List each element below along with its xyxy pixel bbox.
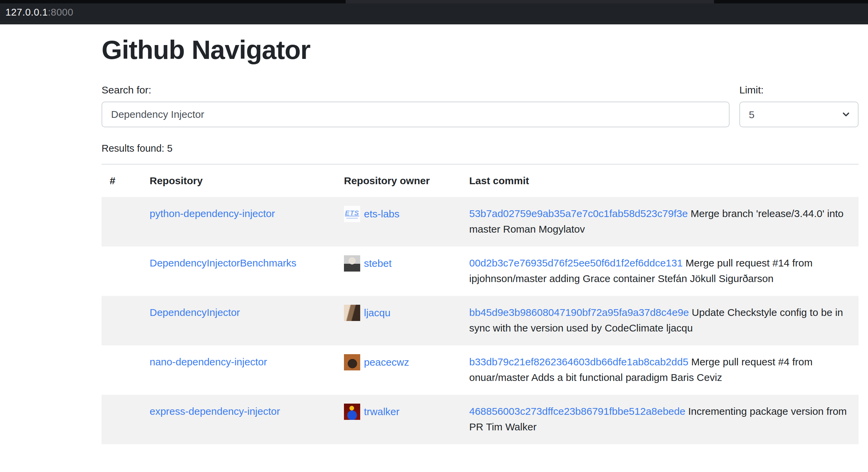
owner-cell: trwalker bbox=[336, 395, 461, 444]
owner-cell: ETSets-labs bbox=[336, 197, 461, 246]
repository-link[interactable]: express-dependency-injector bbox=[150, 406, 280, 417]
commit-cell: bb45d9e3b98608047190bf72a95fa9a37d8c4e9e… bbox=[461, 296, 859, 345]
browser-active-tab[interactable] bbox=[346, 0, 714, 3]
commit-hash-link[interactable]: 53b7ad02759e9ab35a7e7c0c1fab58d523c79f3e bbox=[469, 208, 688, 219]
owner-link[interactable]: ets-labs bbox=[364, 206, 399, 222]
commit-hash-link[interactable]: b33db79c21ef8262364603db66dfe1ab8cab2dd5 bbox=[469, 356, 688, 367]
table-row: nano-dependency-injectorpeacecwzb33db79c… bbox=[102, 345, 859, 395]
owner-link[interactable]: ljacqu bbox=[364, 305, 390, 321]
limit-select[interactable]: 5 bbox=[739, 102, 859, 127]
results-table: # Repository Repository owner Last commi… bbox=[102, 164, 859, 444]
col-header-owner: Repository owner bbox=[336, 164, 461, 197]
repository-link[interactable]: DependencyInjectorBenchmarks bbox=[150, 257, 297, 269]
row-index-cell bbox=[102, 246, 142, 296]
commit-hash-link[interactable]: bb45d9e3b98608047190bf72a95fa9a37d8c4e9e bbox=[469, 307, 689, 318]
commit-hash-link[interactable]: 468856003c273dffce23b86791fbbe512a8ebede bbox=[469, 406, 685, 417]
commit-cell: 00d2b3c7e76935d76f25ee50f6d1f2ef6ddce131… bbox=[461, 246, 859, 296]
owner-avatar bbox=[344, 255, 360, 272]
table-row: DependencyInjectorBenchmarksstebet00d2b3… bbox=[102, 246, 859, 296]
commit-hash-link[interactable]: 00d2b3c7e76935d76f25ee50f6d1f2ef6ddce131 bbox=[469, 257, 683, 269]
page-title: Github Navigator bbox=[102, 34, 859, 66]
row-index-cell bbox=[102, 345, 142, 395]
owner-link[interactable]: trwalker bbox=[364, 404, 399, 420]
owner-cell: peacecwz bbox=[336, 345, 461, 395]
url-port: :8000 bbox=[48, 7, 73, 18]
row-index-cell bbox=[102, 197, 142, 246]
commit-cell: 53b7ad02759e9ab35a7e7c0c1fab58d523c79f3e… bbox=[461, 197, 859, 246]
owner-avatar: ETS bbox=[344, 206, 360, 222]
ets-logo-text: ETS bbox=[345, 209, 359, 217]
limit-label: Limit: bbox=[739, 84, 859, 96]
search-form: Search for: Limit: 5 bbox=[102, 84, 859, 127]
repository-link[interactable]: python-dependency-injector bbox=[150, 208, 275, 219]
table-row: DependencyInjectorljacqubb45d9e3b9860804… bbox=[102, 296, 859, 345]
row-index-cell bbox=[102, 395, 142, 444]
col-header-repository: Repository bbox=[142, 164, 336, 197]
search-group: Search for: bbox=[102, 84, 730, 127]
owner-avatar bbox=[344, 305, 360, 321]
col-header-index: # bbox=[102, 164, 142, 197]
owner-link[interactable]: stebet bbox=[364, 256, 392, 271]
row-index-cell bbox=[102, 296, 142, 345]
page-container: Github Navigator Search for: Limit: 5 Re… bbox=[102, 34, 859, 444]
search-label: Search for: bbox=[102, 84, 730, 96]
browser-url-bar[interactable]: 127.0.0.1:8000 bbox=[0, 3, 868, 21]
col-header-commit: Last commit bbox=[461, 164, 859, 197]
repository-cell: python-dependency-injector bbox=[142, 197, 336, 246]
url-host: 127.0.0.1 bbox=[5, 7, 48, 18]
owner-link[interactable]: peacecwz bbox=[364, 355, 409, 370]
results-summary: Results found: 5 bbox=[102, 142, 859, 154]
table-row: python-dependency-injectorETSets-labs53b… bbox=[102, 197, 859, 246]
owner-avatar bbox=[344, 404, 360, 420]
repository-cell: DependencyInjector bbox=[142, 296, 336, 345]
browser-chrome: 127.0.0.1:8000 bbox=[0, 0, 868, 24]
commit-cell: b33db79c21ef8262364603db66dfe1ab8cab2dd5… bbox=[461, 345, 859, 395]
owner-cell: ljacqu bbox=[336, 296, 461, 345]
commit-cell: 468856003c273dffce23b86791fbbe512a8ebede… bbox=[461, 395, 859, 444]
search-input[interactable] bbox=[102, 102, 730, 127]
repository-cell: express-dependency-injector bbox=[142, 395, 336, 444]
repository-link[interactable]: nano-dependency-injector bbox=[150, 356, 267, 367]
table-header-row: # Repository Repository owner Last commi… bbox=[102, 164, 859, 197]
owner-cell: stebet bbox=[336, 246, 461, 296]
repository-link[interactable]: DependencyInjector bbox=[150, 307, 240, 318]
repository-cell: nano-dependency-injector bbox=[142, 345, 336, 395]
owner-avatar bbox=[344, 354, 360, 370]
browser-chrome-divider bbox=[0, 21, 868, 24]
browser-tab-strip bbox=[0, 0, 868, 3]
limit-group: Limit: 5 bbox=[739, 84, 859, 127]
table-row: express-dependency-injectortrwalker46885… bbox=[102, 395, 859, 444]
repository-cell: DependencyInjectorBenchmarks bbox=[142, 246, 336, 296]
